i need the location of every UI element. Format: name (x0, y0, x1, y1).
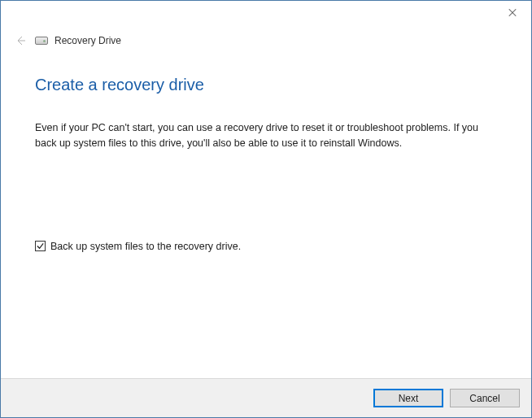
close-icon[interactable] (508, 9, 517, 17)
body-text: Even if your PC can't start, you can use… (35, 120, 491, 151)
next-button[interactable]: Next (373, 389, 443, 407)
checkbox-box (35, 241, 46, 251)
checkbox-label: Back up system files to the recovery dri… (50, 241, 241, 252)
back-button[interactable] (12, 33, 28, 49)
checkmark-icon (36, 242, 45, 250)
wizard-window: Recovery Drive Create a recovery drive E… (0, 0, 532, 418)
cancel-button[interactable]: Cancel (450, 389, 520, 407)
recovery-drive-icon (35, 37, 48, 45)
page-title: Create a recovery drive (35, 76, 497, 94)
content-area: Create a recovery drive Even if your PC … (1, 50, 531, 378)
back-arrow-icon (14, 34, 27, 47)
button-bar: Next Cancel (1, 378, 531, 417)
breadcrumb: Recovery Drive (55, 35, 121, 46)
backup-checkbox[interactable]: Back up system files to the recovery dri… (35, 241, 241, 252)
titlebar (1, 1, 531, 25)
header-row: Recovery Drive (1, 25, 531, 50)
